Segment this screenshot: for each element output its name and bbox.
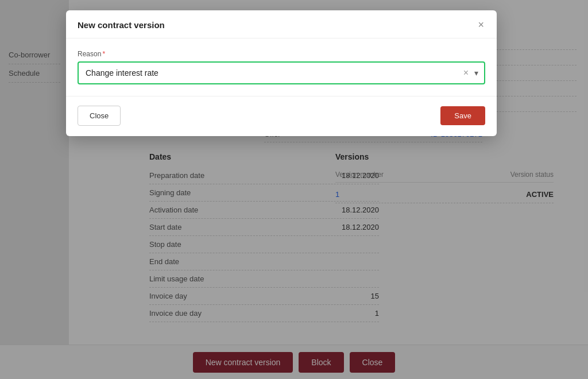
reason-select-value: Change interest rate xyxy=(79,63,460,83)
reason-clear-button[interactable]: × xyxy=(460,68,472,78)
modal-header: New contract version × xyxy=(66,10,497,38)
modal-footer: Close Save xyxy=(66,96,497,136)
modal-save-button[interactable]: Save xyxy=(440,106,485,125)
modal-body: Reason* Change interest rate × ▾ xyxy=(66,38,497,90)
reason-select-wrapper[interactable]: Change interest rate × ▾ xyxy=(78,61,485,84)
new-contract-modal: New contract version × Reason* Change in… xyxy=(66,10,497,136)
reason-label: Reason* xyxy=(78,50,485,58)
modal-title: New contract version xyxy=(78,20,165,30)
chevron-down-icon: ▾ xyxy=(472,68,484,78)
modal-close-x-button[interactable]: × xyxy=(477,20,485,30)
required-star: * xyxy=(102,50,105,58)
modal-close-button[interactable]: Close xyxy=(78,106,121,126)
